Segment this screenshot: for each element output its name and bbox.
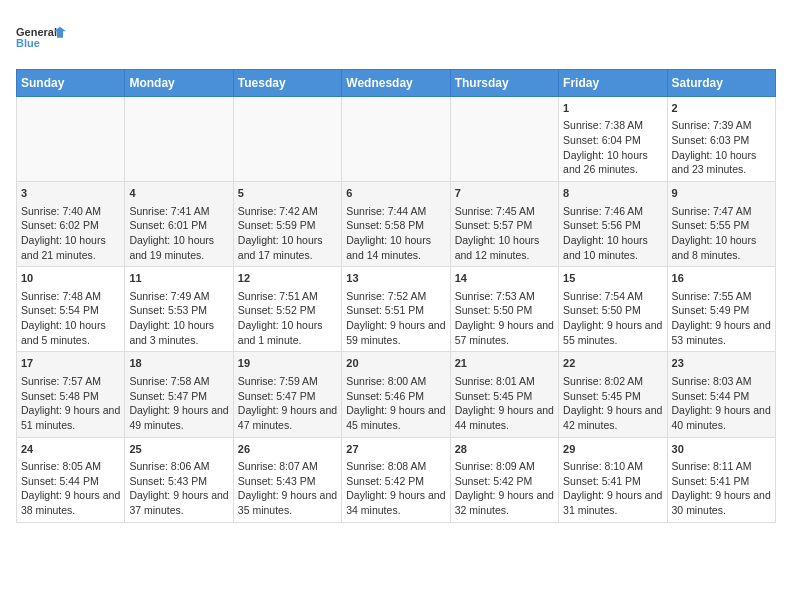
day-info-line: Daylight: 9 hours and 37 minutes. (129, 488, 228, 517)
day-number: 29 (563, 442, 662, 457)
day-number: 26 (238, 442, 337, 457)
calendar-cell (450, 97, 558, 182)
week-row-2: 3Sunrise: 7:40 AMSunset: 6:02 PMDaylight… (17, 182, 776, 267)
day-info-line: Sunrise: 7:51 AM (238, 289, 337, 304)
day-info-line: Daylight: 10 hours and 8 minutes. (672, 233, 771, 262)
day-info-line: Sunrise: 7:39 AM (672, 118, 771, 133)
calendar-cell: 7Sunrise: 7:45 AMSunset: 5:57 PMDaylight… (450, 182, 558, 267)
day-number: 17 (21, 356, 120, 371)
day-number: 24 (21, 442, 120, 457)
day-info-line: Sunrise: 7:58 AM (129, 374, 228, 389)
day-info-line: Sunrise: 8:10 AM (563, 459, 662, 474)
day-info-line: Sunrise: 7:40 AM (21, 204, 120, 219)
day-info-line: Daylight: 9 hours and 38 minutes. (21, 488, 120, 517)
day-info-line: Sunrise: 8:09 AM (455, 459, 554, 474)
day-info-line: Sunrise: 7:42 AM (238, 204, 337, 219)
day-number: 2 (672, 101, 771, 116)
day-info-line: Sunrise: 8:00 AM (346, 374, 445, 389)
day-info-line: Sunrise: 7:49 AM (129, 289, 228, 304)
day-info-line: Daylight: 10 hours and 17 minutes. (238, 233, 337, 262)
day-info-line: Daylight: 9 hours and 45 minutes. (346, 403, 445, 432)
day-info-line: Sunrise: 7:54 AM (563, 289, 662, 304)
calendar-cell: 27Sunrise: 8:08 AMSunset: 5:42 PMDayligh… (342, 437, 450, 522)
day-number: 19 (238, 356, 337, 371)
week-row-3: 10Sunrise: 7:48 AMSunset: 5:54 PMDayligh… (17, 267, 776, 352)
day-info-line: Daylight: 10 hours and 14 minutes. (346, 233, 445, 262)
day-info-line: Daylight: 9 hours and 31 minutes. (563, 488, 662, 517)
day-header-tuesday: Tuesday (233, 70, 341, 97)
day-info-line: Sunrise: 7:55 AM (672, 289, 771, 304)
day-number: 30 (672, 442, 771, 457)
day-info-line: Sunrise: 7:38 AM (563, 118, 662, 133)
day-number: 28 (455, 442, 554, 457)
day-header-saturday: Saturday (667, 70, 775, 97)
calendar-cell: 5Sunrise: 7:42 AMSunset: 5:59 PMDaylight… (233, 182, 341, 267)
day-info-line: Sunrise: 7:45 AM (455, 204, 554, 219)
calendar-cell: 1Sunrise: 7:38 AMSunset: 6:04 PMDaylight… (559, 97, 667, 182)
day-number: 15 (563, 271, 662, 286)
day-info-line: Sunrise: 7:59 AM (238, 374, 337, 389)
day-info-line: Sunset: 5:52 PM (238, 303, 337, 318)
day-info-line: Sunset: 5:59 PM (238, 218, 337, 233)
day-number: 22 (563, 356, 662, 371)
day-info-line: Sunset: 5:44 PM (21, 474, 120, 489)
day-number: 9 (672, 186, 771, 201)
logo-svg: General Blue (16, 16, 66, 61)
day-info-line: Daylight: 9 hours and 53 minutes. (672, 318, 771, 347)
day-header-thursday: Thursday (450, 70, 558, 97)
day-number: 27 (346, 442, 445, 457)
day-number: 20 (346, 356, 445, 371)
calendar-cell (342, 97, 450, 182)
calendar-cell: 12Sunrise: 7:51 AMSunset: 5:52 PMDayligh… (233, 267, 341, 352)
day-info-line: Sunset: 6:01 PM (129, 218, 228, 233)
day-info-line: Sunset: 5:48 PM (21, 389, 120, 404)
day-number: 16 (672, 271, 771, 286)
day-info-line: Sunset: 5:43 PM (129, 474, 228, 489)
day-number: 1 (563, 101, 662, 116)
calendar-cell (17, 97, 125, 182)
day-info-line: Sunrise: 8:02 AM (563, 374, 662, 389)
day-info-line: Daylight: 10 hours and 12 minutes. (455, 233, 554, 262)
day-info-line: Sunrise: 7:47 AM (672, 204, 771, 219)
day-info-line: Sunset: 5:49 PM (672, 303, 771, 318)
calendar-cell: 20Sunrise: 8:00 AMSunset: 5:46 PMDayligh… (342, 352, 450, 437)
calendar-cell: 2Sunrise: 7:39 AMSunset: 6:03 PMDaylight… (667, 97, 775, 182)
calendar-cell: 6Sunrise: 7:44 AMSunset: 5:58 PMDaylight… (342, 182, 450, 267)
day-info-line: Sunrise: 8:03 AM (672, 374, 771, 389)
day-info-line: Daylight: 10 hours and 26 minutes. (563, 148, 662, 177)
day-number: 18 (129, 356, 228, 371)
calendar-cell: 25Sunrise: 8:06 AMSunset: 5:43 PMDayligh… (125, 437, 233, 522)
day-info-line: Sunrise: 8:05 AM (21, 459, 120, 474)
calendar-table: SundayMondayTuesdayWednesdayThursdayFrid… (16, 69, 776, 523)
day-header-sunday: Sunday (17, 70, 125, 97)
day-info-line: Sunset: 5:55 PM (672, 218, 771, 233)
day-number: 14 (455, 271, 554, 286)
day-info-line: Sunset: 5:41 PM (563, 474, 662, 489)
svg-text:Blue: Blue (16, 37, 40, 49)
day-info-line: Daylight: 9 hours and 35 minutes. (238, 488, 337, 517)
calendar-cell: 13Sunrise: 7:52 AMSunset: 5:51 PMDayligh… (342, 267, 450, 352)
day-info-line: Daylight: 10 hours and 21 minutes. (21, 233, 120, 262)
day-info-line: Sunset: 5:42 PM (346, 474, 445, 489)
calendar-cell: 10Sunrise: 7:48 AMSunset: 5:54 PMDayligh… (17, 267, 125, 352)
day-info-line: Sunset: 5:45 PM (563, 389, 662, 404)
day-info-line: Daylight: 9 hours and 30 minutes. (672, 488, 771, 517)
day-info-line: Sunset: 5:42 PM (455, 474, 554, 489)
day-info-line: Daylight: 10 hours and 5 minutes. (21, 318, 120, 347)
day-info-line: Daylight: 9 hours and 49 minutes. (129, 403, 228, 432)
day-number: 8 (563, 186, 662, 201)
day-header-monday: Monday (125, 70, 233, 97)
day-header-wednesday: Wednesday (342, 70, 450, 97)
day-info-line: Sunset: 5:53 PM (129, 303, 228, 318)
calendar-cell: 18Sunrise: 7:58 AMSunset: 5:47 PMDayligh… (125, 352, 233, 437)
calendar-cell: 24Sunrise: 8:05 AMSunset: 5:44 PMDayligh… (17, 437, 125, 522)
week-row-5: 24Sunrise: 8:05 AMSunset: 5:44 PMDayligh… (17, 437, 776, 522)
calendar-cell (233, 97, 341, 182)
day-info-line: Sunrise: 7:53 AM (455, 289, 554, 304)
day-info-line: Daylight: 9 hours and 47 minutes. (238, 403, 337, 432)
calendar-cell: 19Sunrise: 7:59 AMSunset: 5:47 PMDayligh… (233, 352, 341, 437)
header: General Blue (16, 16, 776, 61)
day-info-line: Sunset: 6:04 PM (563, 133, 662, 148)
day-number: 11 (129, 271, 228, 286)
day-info-line: Daylight: 9 hours and 55 minutes. (563, 318, 662, 347)
